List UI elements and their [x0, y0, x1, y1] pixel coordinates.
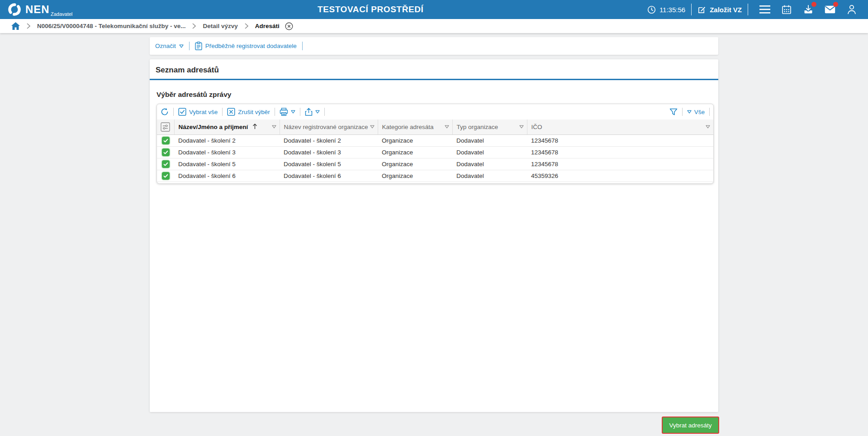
downloads-button[interactable]: [802, 4, 814, 15]
subsection-title: Výběr adresátů zprávy: [157, 91, 718, 99]
table-row[interactable]: Dodavatel - školení 5 Dodavatel - školen…: [157, 158, 713, 170]
breadcrumb-item-adresati[interactable]: Adresáti: [255, 23, 280, 29]
cell-org-type: Dodavatel: [452, 146, 527, 158]
user-profile-button[interactable]: [846, 4, 858, 15]
table-header-row: Název/Jméno a příjmení Název registrovan…: [157, 120, 713, 134]
preregister-supplier-button[interactable]: Předběžně registrovat dodavatele: [195, 42, 297, 50]
circle-x-icon: [285, 22, 293, 30]
app-logo[interactable]: NEN Zadavatel: [7, 0, 50, 19]
cell-registered-org: Dodavatel - školení 5: [280, 158, 378, 170]
create-vz-button[interactable]: Založit VZ: [697, 5, 742, 14]
export-dropdown-button[interactable]: [305, 108, 320, 116]
close-tab-button[interactable]: [285, 22, 293, 30]
table-row[interactable]: Dodavatel - školení 2 Dodavatel - školen…: [157, 134, 713, 146]
filter-scope-dropdown[interactable]: Vše: [687, 109, 705, 115]
refresh-button[interactable]: [161, 108, 169, 116]
select-recipients-button[interactable]: Vybrat adresáty: [662, 417, 719, 434]
row-checkbox[interactable]: [157, 146, 174, 158]
breadcrumb-chevron-icon: [245, 23, 248, 29]
clear-selection-button[interactable]: Zrušit výběr: [227, 108, 270, 116]
cell-org-type: Dodavatel: [452, 158, 527, 170]
grid-toolbar-divider: [222, 108, 223, 116]
printer-icon: [280, 108, 288, 116]
mark-dropdown-button[interactable]: Označit: [155, 43, 184, 49]
triangle-down-icon: [291, 110, 295, 114]
breadcrumb-item-procurement[interactable]: N006/25/V00004748 - Telekomunikační služ…: [37, 23, 185, 29]
cell-name: Dodavatel - školení 6: [174, 170, 280, 182]
grid-toolbar-left: Vybrat vše Zrušit výběr: [161, 108, 329, 116]
preregister-supplier-label: Předběžně registrovat dodavatele: [205, 43, 297, 49]
cell-ico: 45359326: [527, 170, 713, 182]
cell-category: Organizace: [378, 134, 452, 146]
checkbox-x-icon: [227, 108, 235, 116]
column-settings-header[interactable]: [157, 120, 174, 134]
select-all-label: Vybrat vše: [189, 109, 218, 115]
downloads-notification-badge: [811, 2, 816, 7]
breadcrumb-item-detail-vyzvy[interactable]: Detail výzvy: [203, 23, 237, 29]
arrow-up-icon: [252, 124, 257, 129]
brand-name: NEN: [25, 0, 50, 19]
main-content-panel: Seznam adresátů Výběr adresátů zprávy: [150, 59, 718, 412]
grid-toolbar-divider: [709, 108, 710, 116]
column-header-registered-org[interactable]: Název registrované organizace: [280, 120, 378, 134]
triangle-down-icon: [315, 110, 320, 114]
print-dropdown-button[interactable]: [280, 108, 295, 116]
messages-button[interactable]: [824, 4, 836, 15]
recipients-grid-card: Vybrat vše Zrušit výběr: [157, 104, 714, 184]
column-filter-button[interactable]: [272, 125, 276, 129]
main-menu-button[interactable]: [759, 4, 771, 15]
recipients-table: Název/Jméno a příjmení Název registrovan…: [157, 120, 713, 182]
triangle-down-icon: [687, 110, 692, 114]
breadcrumb-chevron-icon: [27, 23, 30, 29]
cell-registered-org: Dodavatel - školení 6: [280, 170, 378, 182]
home-button[interactable]: [11, 22, 20, 30]
cell-name: Dodavatel - školení 2: [174, 134, 280, 146]
column-header-org-type[interactable]: Typ organizace: [452, 120, 527, 134]
row-checkbox[interactable]: [157, 134, 174, 146]
cell-registered-org: Dodavatel - školení 3: [280, 146, 378, 158]
grid-toolbar-divider: [275, 108, 275, 116]
top-header-bar: NEN Zadavatel TESTOVACÍ PROSTŘEDÍ 11:35:…: [0, 0, 868, 19]
grid-toolbar-divider: [173, 108, 174, 116]
green-check-icon: [162, 137, 170, 144]
time-value: 11:35:56: [659, 6, 685, 14]
filter-button[interactable]: [669, 108, 678, 116]
cell-category: Organizace: [378, 158, 452, 170]
calendar-button[interactable]: [781, 4, 792, 15]
filter-scope-label: Vše: [694, 109, 705, 115]
column-header-name[interactable]: Název/Jméno a příjmení: [174, 120, 280, 134]
grid-toolbar-right: Vše: [669, 108, 710, 116]
table-row[interactable]: Dodavatel - školení 6 Dodavatel - školen…: [157, 170, 713, 182]
clipboard-icon: [195, 42, 202, 50]
clock-icon: [647, 5, 656, 14]
toolbar-divider: [189, 42, 190, 50]
column-filter-button[interactable]: [445, 125, 449, 129]
cell-category: Organizace: [378, 146, 452, 158]
cell-ico: 12345678: [527, 158, 713, 170]
refresh-icon: [161, 108, 169, 116]
actions-toolbar: Označit Předběžně registrovat dodavatele: [150, 37, 718, 55]
header-divider: [691, 4, 692, 15]
column-filter-button[interactable]: [519, 125, 524, 129]
grid-toolbar-divider: [300, 108, 300, 116]
table-row[interactable]: Dodavatel - školení 3 Dodavatel - školen…: [157, 146, 713, 158]
edit-square-icon: [697, 5, 706, 14]
grid-toolbar: Vybrat vše Zrušit výběr: [157, 104, 713, 120]
breadcrumb-chevron-icon: [192, 23, 196, 29]
breadcrumb: N006/25/V00004748 - Telekomunikační služ…: [0, 19, 868, 33]
cell-ico: 12345678: [527, 146, 713, 158]
grid-toolbar-divider: [682, 108, 683, 116]
column-filter-button[interactable]: [706, 125, 710, 129]
session-time: 11:35:56: [647, 5, 685, 14]
row-checkbox[interactable]: [157, 170, 174, 182]
header-right-cluster: 11:35:56 Založit VZ: [647, 0, 863, 19]
cell-ico: 12345678: [527, 134, 713, 146]
mark-label: Označit: [155, 43, 176, 49]
select-all-button[interactable]: Vybrat vše: [178, 108, 218, 116]
column-header-ico[interactable]: IČO: [527, 120, 713, 134]
checkbox-check-icon: [178, 108, 186, 116]
column-filter-button[interactable]: [370, 125, 375, 129]
green-check-icon: [162, 149, 170, 156]
column-header-category[interactable]: Kategorie adresáta: [378, 120, 452, 134]
row-checkbox[interactable]: [157, 158, 174, 170]
